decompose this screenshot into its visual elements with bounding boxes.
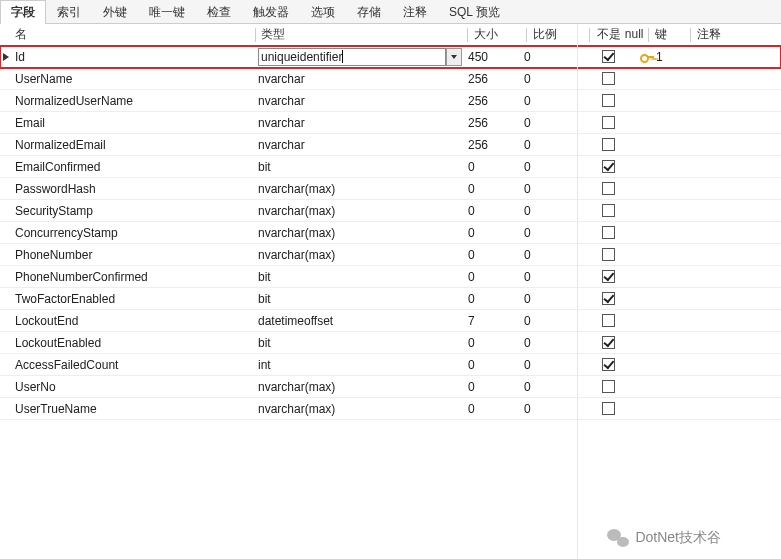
cell-size[interactable]: 0 <box>465 336 520 350</box>
cell-type[interactable]: datetimeoffset <box>256 314 446 328</box>
table-row[interactable]: TwoFactorEnabledbit00 <box>0 288 781 310</box>
cell-scale[interactable]: 0 <box>521 402 576 416</box>
cell-size[interactable]: 0 <box>465 358 520 372</box>
cell-type[interactable]: nvarchar <box>256 138 446 152</box>
cell-name[interactable]: UserTrueName <box>12 402 255 416</box>
cell-size[interactable]: 0 <box>465 182 520 196</box>
cell-key[interactable]: 1 <box>637 50 675 64</box>
cell-scale[interactable]: 0 <box>521 50 576 64</box>
table-row[interactable]: LockoutEnabledbit00 <box>0 332 781 354</box>
cell-scale[interactable]: 0 <box>521 226 576 240</box>
cell-name[interactable]: NormalizedEmail <box>12 138 255 152</box>
table-row[interactable]: Iduniqueidentifier45001 <box>0 46 781 68</box>
table-row[interactable]: PhoneNumbernvarchar(max)00 <box>0 244 781 266</box>
cell-name[interactable]: UserName <box>12 72 255 86</box>
cell-name[interactable]: SecurityStamp <box>12 204 255 218</box>
notnull-checkbox[interactable] <box>602 50 615 63</box>
cell-type[interactable]: nvarchar(max) <box>256 226 446 240</box>
tab-3[interactable]: 唯一键 <box>138 0 196 24</box>
cell-size[interactable]: 0 <box>465 380 520 394</box>
cell-scale[interactable]: 0 <box>521 248 576 262</box>
cell-size[interactable]: 450 <box>465 50 520 64</box>
cell-type[interactable]: uniqueidentifier <box>256 48 446 66</box>
cell-name[interactable]: Email <box>12 116 255 130</box>
notnull-checkbox[interactable] <box>602 292 615 305</box>
notnull-checkbox[interactable] <box>602 138 615 151</box>
cell-size[interactable]: 0 <box>465 248 520 262</box>
notnull-checkbox[interactable] <box>602 160 615 173</box>
notnull-checkbox[interactable] <box>602 116 615 129</box>
cell-scale[interactable]: 0 <box>521 138 576 152</box>
cell-type[interactable]: nvarchar <box>256 94 446 108</box>
notnull-checkbox[interactable] <box>602 402 615 415</box>
cell-name[interactable]: Id <box>12 50 255 64</box>
cell-type[interactable]: nvarchar(max) <box>256 402 446 416</box>
table-row[interactable]: UserNamenvarchar2560 <box>0 68 781 90</box>
cell-type[interactable]: nvarchar(max) <box>256 248 446 262</box>
cell-scale[interactable]: 0 <box>521 270 576 284</box>
cell-name[interactable]: PasswordHash <box>12 182 255 196</box>
notnull-checkbox[interactable] <box>602 314 615 327</box>
table-row[interactable]: NormalizedEmailnvarchar2560 <box>0 134 781 156</box>
cell-scale[interactable]: 0 <box>521 116 576 130</box>
cell-size[interactable]: 0 <box>465 160 520 174</box>
type-dropdown-button[interactable] <box>446 48 462 66</box>
cell-size[interactable]: 7 <box>465 314 520 328</box>
notnull-checkbox[interactable] <box>602 182 615 195</box>
cell-scale[interactable]: 0 <box>521 358 576 372</box>
cell-type[interactable]: nvarchar <box>256 72 446 86</box>
tab-6[interactable]: 选项 <box>300 0 346 24</box>
notnull-checkbox[interactable] <box>602 336 615 349</box>
cell-scale[interactable]: 0 <box>521 204 576 218</box>
table-row[interactable]: PasswordHashnvarchar(max)00 <box>0 178 781 200</box>
notnull-checkbox[interactable] <box>602 270 615 283</box>
cell-scale[interactable]: 0 <box>521 94 576 108</box>
tab-5[interactable]: 触发器 <box>242 0 300 24</box>
cell-name[interactable]: EmailConfirmed <box>12 160 255 174</box>
cell-name[interactable]: PhoneNumber <box>12 248 255 262</box>
table-row[interactable]: Emailnvarchar2560 <box>0 112 781 134</box>
table-row[interactable]: ConcurrencyStampnvarchar(max)00 <box>0 222 781 244</box>
cell-name[interactable]: TwoFactorEnabled <box>12 292 255 306</box>
header-notnull[interactable]: 不是 null <box>593 26 648 43</box>
cell-name[interactable]: NormalizedUserName <box>12 94 255 108</box>
tab-2[interactable]: 外键 <box>92 0 138 24</box>
cell-type[interactable]: int <box>256 358 446 372</box>
table-row[interactable]: LockoutEnddatetimeoffset70 <box>0 310 781 332</box>
cell-size[interactable]: 0 <box>465 204 520 218</box>
cell-size[interactable]: 256 <box>465 138 520 152</box>
table-row[interactable]: NormalizedUserNamenvarchar2560 <box>0 90 781 112</box>
cell-name[interactable]: LockoutEnabled <box>12 336 255 350</box>
table-row[interactable]: UserTrueNamenvarchar(max)00 <box>0 398 781 420</box>
notnull-checkbox[interactable] <box>602 94 615 107</box>
header-key[interactable]: 键 <box>652 26 690 43</box>
header-type[interactable]: 类型 <box>259 26 449 43</box>
tab-0[interactable]: 字段 <box>0 0 46 24</box>
header-comment[interactable]: 注释 <box>694 26 774 43</box>
cell-type[interactable]: bit <box>256 292 446 306</box>
table-row[interactable]: UserNonvarchar(max)00 <box>0 376 781 398</box>
cell-scale[interactable]: 0 <box>521 182 576 196</box>
notnull-checkbox[interactable] <box>602 72 615 85</box>
tab-8[interactable]: 注释 <box>392 0 438 24</box>
cell-type[interactable]: nvarchar(max) <box>256 380 446 394</box>
cell-size[interactable]: 0 <box>465 270 520 284</box>
cell-scale[interactable]: 0 <box>521 336 576 350</box>
header-name[interactable]: 名 <box>12 26 255 43</box>
cell-size[interactable]: 256 <box>465 72 520 86</box>
tab-7[interactable]: 存储 <box>346 0 392 24</box>
cell-type[interactable]: nvarchar(max) <box>256 182 446 196</box>
cell-name[interactable]: AccessFailedCount <box>12 358 255 372</box>
header-size[interactable]: 大小 <box>471 26 526 43</box>
table-row[interactable]: EmailConfirmedbit00 <box>0 156 781 178</box>
cell-scale[interactable]: 0 <box>521 314 576 328</box>
cell-scale[interactable]: 0 <box>521 292 576 306</box>
notnull-checkbox[interactable] <box>602 380 615 393</box>
cell-type[interactable]: bit <box>256 270 446 284</box>
cell-size[interactable]: 0 <box>465 226 520 240</box>
cell-name[interactable]: PhoneNumberConfirmed <box>12 270 255 284</box>
table-row[interactable]: SecurityStampnvarchar(max)00 <box>0 200 781 222</box>
notnull-checkbox[interactable] <box>602 358 615 371</box>
tab-1[interactable]: 索引 <box>46 0 92 24</box>
cell-type[interactable]: bit <box>256 336 446 350</box>
